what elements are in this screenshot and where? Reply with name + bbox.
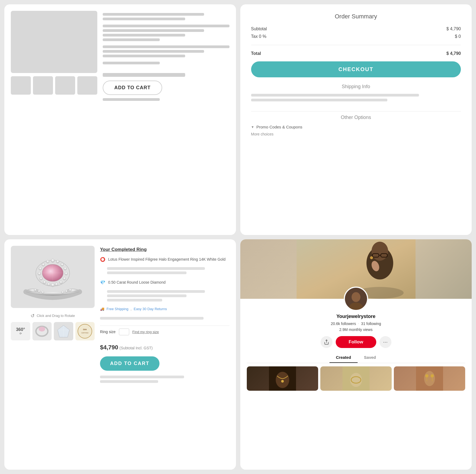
ellipsis-icon: ···: [383, 339, 388, 345]
grid-item-3[interactable]: [394, 366, 465, 391]
other-options-label: Other Options: [251, 115, 461, 120]
ring-size-label: Ring size: [100, 330, 116, 334]
skeleton-line: [103, 62, 160, 64]
desc-skeleton-3: [103, 62, 229, 64]
thumbnail-2[interactable]: [33, 76, 53, 95]
shipping-row: 🚚 Free Shipping , Easy 30 Day Returns: [100, 307, 229, 311]
rotate-icon: ↺: [31, 313, 35, 319]
thumb-360[interactable]: 360° ⟳: [11, 322, 30, 340]
thumbnail-1[interactable]: [11, 76, 31, 95]
thumbnail-4[interactable]: [77, 76, 97, 95]
ring-name-row: ⭕ Lotus Flower Inspired Filigree Halo En…: [100, 257, 229, 262]
desc-skeleton-1: [103, 25, 229, 41]
pinterest-profile-panel: Yourjewelrystore 20.6k followers · 31 fo…: [240, 239, 472, 470]
svg-point-18: [46, 260, 49, 263]
svg-text:CERTIFIED: CERTIFIED: [81, 332, 89, 334]
skeleton-line: [107, 294, 187, 297]
shipping-skeleton: [251, 94, 461, 101]
skeleton-line: [103, 29, 204, 32]
bottom-add-to-cart-button[interactable]: ADD TO CART: [100, 356, 159, 371]
svg-point-39: [371, 241, 388, 260]
price-section: $4,790 (Subtotal Incl. GST): [100, 344, 229, 351]
promo-codes-label: Promo Codes & Coupons: [256, 125, 302, 129]
svg-point-17: [42, 263, 45, 266]
drag-hint: ↺ Click and Drag to Rotate: [11, 313, 95, 319]
grid-image-2: [320, 366, 392, 391]
skeleton-line: [100, 376, 184, 378]
ring-size-select[interactable]: 4 5 6 7: [119, 329, 129, 335]
subtotal-label: Subtotal: [251, 26, 267, 31]
ring-main-image: [11, 246, 95, 308]
svg-point-58: [425, 374, 428, 377]
thumb-gia-certificate[interactable]: GIA CERTIFIED: [75, 322, 95, 340]
thumb-ring-image[interactable]: [32, 322, 52, 340]
svg-point-7: [65, 272, 68, 275]
more-choices-link[interactable]: More choices: [251, 132, 461, 136]
completed-ring-title: Your Completed Ring: [100, 247, 229, 252]
profile-tabs: Created Saved: [247, 352, 465, 363]
returns-link[interactable]: Easy 30 Day Returns: [134, 307, 167, 311]
bottom-skeleton: [100, 376, 229, 383]
top-add-to-cart-button[interactable]: ADD TO CART: [103, 81, 162, 95]
follow-button[interactable]: Follow: [336, 336, 376, 348]
free-shipping-link[interactable]: Free Shipping: [106, 307, 128, 311]
svg-point-4: [56, 260, 59, 263]
svg-point-12: [47, 283, 50, 286]
thumb-diamond-svg: [55, 323, 72, 339]
svg-point-26: [69, 289, 71, 291]
skeleton-line: [103, 55, 185, 57]
subtotal-row: Subtotal $ 4,790: [251, 26, 461, 31]
degree-symbol: ⟳: [19, 332, 22, 335]
order-summary-title: Order Summary: [251, 13, 461, 20]
thumbnail-3[interactable]: [55, 76, 75, 95]
profile-actions: Follow ···: [247, 336, 465, 348]
total-value: $ 4,790: [447, 51, 461, 56]
skeleton-line: [103, 13, 204, 16]
skeleton-line: [107, 271, 187, 274]
price-skeleton: [103, 73, 185, 77]
monthly-views: 2.9M monthly views: [339, 327, 372, 332]
skeleton-line: [103, 18, 185, 20]
skeleton-line: [107, 299, 162, 301]
svg-point-3: [51, 259, 55, 262]
total-row: Total $ 4,790: [251, 51, 461, 56]
svg-point-13: [43, 281, 46, 284]
ring-detail-skeleton: [107, 267, 229, 274]
top-left-panel: ADD TO CART: [4, 4, 236, 235]
dot-separator: ·: [358, 322, 359, 325]
svg-point-27: [65, 290, 68, 292]
profile-body: Yourjewelrystore 20.6k followers · 31 fo…: [240, 299, 472, 470]
more-options-button[interactable]: ···: [380, 336, 391, 348]
svg-point-52: [281, 380, 284, 383]
skeleton-line: [107, 267, 205, 270]
shipping-skeleton-2: [100, 317, 229, 320]
skeleton-line: [103, 38, 160, 41]
grid-item-2[interactable]: [320, 366, 392, 391]
tab-created[interactable]: Created: [329, 352, 358, 363]
subtotal-value: $ 4,790: [447, 26, 461, 31]
share-button[interactable]: [321, 336, 332, 348]
360-label: 360°: [16, 327, 25, 332]
product-image-section: [11, 11, 97, 228]
followers-count: 20.6k followers: [331, 321, 356, 326]
footer-skeleton: [103, 98, 160, 101]
separator: ,: [131, 307, 132, 311]
promo-codes-row[interactable]: ▼ Promo Codes & Coupons: [251, 125, 461, 129]
thumb-diamond-image[interactable]: [54, 322, 73, 340]
svg-point-57: [424, 371, 435, 386]
profile-grid: [247, 366, 465, 391]
checkout-button[interactable]: CHECKOUT: [251, 61, 461, 77]
ring-image-section: ↺ Click and Drag to Rotate 360° ⟳: [11, 246, 95, 463]
svg-point-25: [42, 291, 44, 293]
svg-point-30: [39, 327, 45, 332]
svg-point-28: [61, 291, 64, 293]
divider-2: [251, 111, 461, 111]
diamond-icon: 💎: [100, 280, 105, 285]
tab-saved[interactable]: Saved: [358, 352, 382, 363]
title-skeleton: [103, 13, 229, 20]
ring-size-row: Ring size 4 5 6 7 Find my ring size: [100, 326, 229, 335]
grid-item-1[interactable]: [247, 366, 318, 391]
svg-point-54: [350, 373, 362, 387]
skeleton-line: [100, 380, 158, 383]
find-size-link[interactable]: Find my ring size: [132, 330, 159, 334]
